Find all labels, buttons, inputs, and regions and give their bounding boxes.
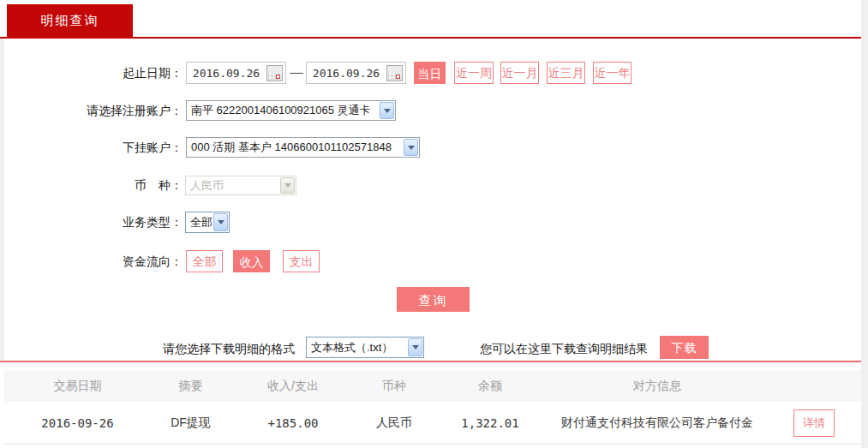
page-right-margin [861, 0, 868, 448]
date-separator: — [288, 64, 305, 79]
business-type-label: 业务类型： [0, 213, 183, 230]
flow-expense-button[interactable]: 支出 [283, 250, 320, 272]
chevron-down-icon [404, 139, 418, 156]
detail-button[interactable]: 详情 [793, 409, 835, 437]
tab-underline [0, 37, 861, 39]
flow-all-button[interactable]: 全部 [186, 250, 223, 272]
quick-range-year-button[interactable]: 近一年 [593, 62, 632, 84]
sub-account-value: 000 活期 基本户 1406600101102571848 [187, 140, 403, 155]
col-header-counterparty: 对方信息 [548, 379, 767, 394]
quick-range-quarter-button[interactable]: 近三月 [547, 62, 585, 84]
registered-account-label: 请选择注册账户： [0, 102, 183, 119]
business-type-value: 全部 [186, 215, 213, 230]
sub-account-label: 下挂账户： [0, 139, 183, 156]
col-header-currency: 币种 [356, 379, 433, 394]
calendar-icon[interactable] [266, 65, 283, 81]
download-format-label: 请您选择下载明细的格式 [163, 341, 295, 356]
tab-detail-query[interactable]: 明细查询 [7, 4, 133, 37]
col-header-balance: 余额 [433, 379, 548, 394]
quick-range-today-button[interactable]: 当日 [414, 62, 446, 84]
quick-range-week-button[interactable]: 近一周 [454, 62, 494, 84]
cell-counterparty: 财付通支付科技有限公司客户备付金 [548, 415, 767, 431]
chevron-down-icon [408, 338, 422, 356]
business-type-select[interactable]: 全部 [185, 212, 230, 233]
end-date-field[interactable] [306, 62, 406, 84]
cell-balance: 1,322.01 [433, 416, 548, 430]
cell-transaction-date: 2016-09-26 [4, 416, 151, 430]
chevron-down-icon [380, 102, 394, 119]
cell-amount: +185.00 [230, 416, 356, 430]
col-header-amount: 收入/支出 [230, 379, 356, 394]
download-button[interactable]: 下载 [660, 336, 709, 359]
start-date-field[interactable] [186, 62, 286, 84]
detail-query-page: 明细查询 起止日期： — 当日 近一周 近一月 近三月 近一年 请选择注册账户：… [0, 0, 868, 448]
currency-select: 人民币 [185, 176, 296, 195]
col-header-summary: 摘要 [151, 379, 230, 394]
download-hint: 您可以在这里下载查询明细结果 [480, 341, 648, 356]
cell-currency: 人民币 [356, 415, 433, 431]
table-header-row: 交易日期 摘要 收入/支出 币种 余额 对方信息 [4, 370, 861, 402]
download-format-value: 文本格式（.txt） [307, 340, 407, 355]
sub-account-select[interactable]: 000 活期 基本户 1406600101102571848 [186, 137, 420, 158]
table-top-divider [0, 361, 861, 362]
table-row: 2016-09-26 DF提现 +185.00 人民币 1,322.01 财付通… [4, 402, 861, 445]
cell-summary: DF提现 [151, 415, 230, 431]
flow-income-button[interactable]: 收入 [233, 250, 270, 272]
registered-account-value: 南平 6222001406100921065 灵通卡 [187, 103, 379, 118]
chevron-down-icon [280, 177, 295, 194]
query-button[interactable]: 查询 [397, 287, 470, 312]
end-date-input[interactable] [307, 63, 386, 83]
calendar-icon[interactable] [386, 65, 403, 81]
registered-account-select[interactable]: 南平 6222001406100921065 灵通卡 [186, 100, 396, 121]
download-format-select[interactable]: 文本格式（.txt） [306, 337, 424, 358]
currency-label: 币 种： [0, 176, 183, 194]
col-header-date: 交易日期 [4, 379, 151, 394]
currency-value: 人民币 [186, 178, 279, 194]
chevron-down-icon [213, 213, 228, 231]
date-range-label: 起止日期： [0, 64, 183, 81]
page-left-margin [0, 39, 4, 360]
fund-flow-label: 资金流向： [0, 253, 183, 270]
start-date-input[interactable] [187, 63, 266, 83]
quick-range-month-button[interactable]: 近一月 [500, 62, 539, 84]
